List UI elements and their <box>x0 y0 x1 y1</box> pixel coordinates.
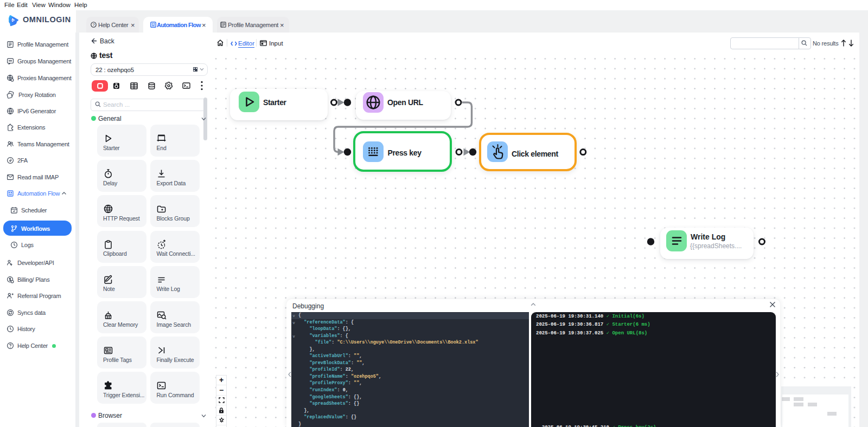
svg-text:?: ? <box>92 22 94 27</box>
